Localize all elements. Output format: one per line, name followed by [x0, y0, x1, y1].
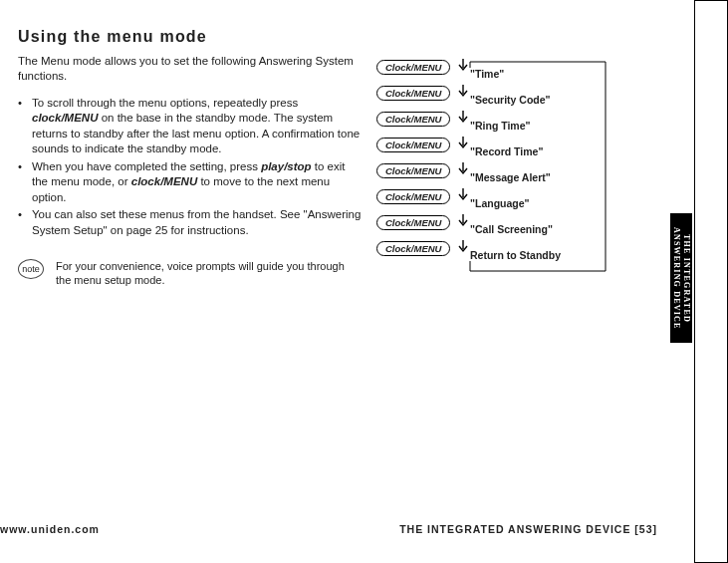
- clock-menu-button: Clock/MENU: [376, 215, 450, 230]
- list-item: • When you have completed the setting, p…: [18, 159, 362, 206]
- section-tab-label: THE INTEGRATED ANSWERING DEVICE: [671, 213, 690, 343]
- text-span: You can also set these menus from the ha…: [32, 208, 361, 236]
- down-arrow-icon: [456, 186, 470, 206]
- emphasis: clock/MENU: [131, 175, 197, 187]
- bullet-marker: •: [18, 96, 32, 157]
- down-arrow-icon: [456, 57, 470, 77]
- down-arrow-icon: [456, 83, 470, 103]
- page-title: Using the menu mode: [18, 28, 655, 46]
- list-item: • You can also set these menus from the …: [18, 207, 362, 238]
- note-icon-label: note: [22, 264, 40, 274]
- page-frame-top: [695, 0, 728, 1]
- bullet-list: • To scroll through the menu options, re…: [18, 96, 362, 239]
- menu-step: Clock/MENU"Ring Time": [376, 106, 620, 132]
- text-span: When you have completed the setting, pre…: [32, 160, 261, 172]
- emphasis: clock/MENU: [32, 112, 98, 124]
- clock-menu-button: Clock/MENU: [376, 138, 450, 152]
- clock-menu-button: Clock/MENU: [376, 241, 450, 256]
- section-tab: THE INTEGRATED ANSWERING DEVICE: [670, 213, 692, 343]
- menu-step: Clock/MENU"Security Code": [376, 80, 620, 106]
- list-item: • To scroll through the menu options, re…: [18, 96, 362, 157]
- note-icon: note: [18, 259, 44, 279]
- menu-flow-diagram: Clock/MENU"Time"Clock/MENU"Security Code…: [376, 54, 620, 261]
- menu-option-label: "Time": [470, 68, 504, 80]
- clock-menu-button: Clock/MENU: [376, 86, 450, 101]
- menu-option-label: "Record Time": [470, 145, 543, 157]
- menu-option-label: "Message Alert": [470, 171, 551, 183]
- menu-option-label: Return to Standby: [470, 249, 561, 261]
- page-content: Using the menu mode The Menu mode allows…: [18, 28, 655, 546]
- menu-step: Clock/MENU"Call Screening": [376, 209, 620, 235]
- down-arrow-icon: [456, 109, 470, 129]
- page-frame-right: [694, 0, 698, 563]
- menu-step: Clock/MENU"Language": [376, 183, 620, 209]
- bullet-marker: •: [18, 207, 32, 238]
- menu-option-label: "Ring Time": [470, 120, 531, 132]
- clock-menu-button: Clock/MENU: [376, 189, 450, 204]
- emphasis: play/stop: [261, 160, 311, 172]
- down-arrow-icon: [456, 160, 470, 180]
- menu-option-label: "Security Code": [470, 94, 551, 106]
- text-span: To scroll through the menu options, repe…: [32, 97, 298, 109]
- clock-menu-button: Clock/MENU: [376, 60, 450, 75]
- menu-option-label: "Language": [470, 197, 530, 209]
- bullet-text: To scroll through the menu options, repe…: [32, 96, 362, 157]
- page-footer: www.uniden.com THE INTEGRATED ANSWERING …: [0, 523, 657, 535]
- down-arrow-icon: [456, 135, 470, 154]
- clock-menu-button: Clock/MENU: [376, 112, 450, 127]
- bullet-text: When you have completed the setting, pre…: [32, 159, 362, 206]
- menu-option-label: "Call Screening": [470, 223, 553, 235]
- footer-url: www.uniden.com: [0, 523, 100, 535]
- intro-text: The Menu mode allows you to set the foll…: [18, 54, 357, 84]
- footer-section-page: THE INTEGRATED ANSWERING DEVICE [53]: [399, 523, 657, 535]
- menu-step: Clock/MENU"Message Alert": [376, 157, 620, 183]
- menu-step: Clock/MENU"Time": [376, 54, 620, 80]
- note-block: note For your convenience, voice prompts…: [18, 259, 357, 288]
- note-text: For your convenience, voice prompts will…: [56, 259, 357, 288]
- menu-step: Clock/MENUReturn to Standby: [376, 235, 620, 261]
- menu-step: Clock/MENU"Record Time": [376, 132, 620, 157]
- bullet-marker: •: [18, 159, 32, 206]
- clock-menu-button: Clock/MENU: [376, 163, 450, 178]
- bullet-text: You can also set these menus from the ha…: [32, 207, 362, 238]
- down-arrow-icon: [456, 238, 470, 258]
- down-arrow-icon: [456, 212, 470, 232]
